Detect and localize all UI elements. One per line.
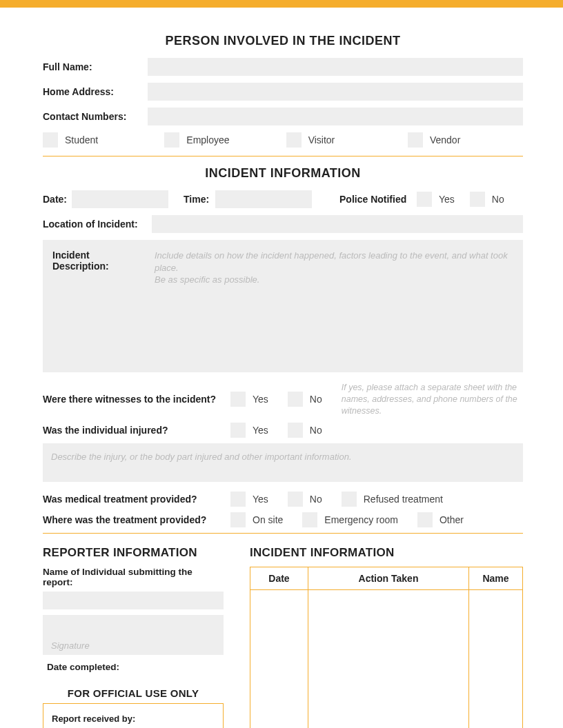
- checkbox-witness-yes[interactable]: [230, 392, 246, 407]
- cell-action[interactable]: [308, 589, 469, 728]
- label-medical-q: Was medical treatment provided?: [43, 494, 230, 505]
- checkbox-other[interactable]: [417, 512, 433, 527]
- label-fullname: Full Name:: [43, 61, 148, 72]
- input-date[interactable]: [72, 190, 168, 208]
- label-witness-no: No: [310, 394, 322, 405]
- label-refused: Refused treatment: [364, 494, 443, 505]
- checkbox-medical-no[interactable]: [288, 492, 303, 507]
- label-date-completed: Date completed:: [47, 662, 224, 672]
- official-title: FOR OFFICIAL USE ONLY: [43, 687, 224, 699]
- label-witness-q: Were there witnesses to the incident?: [43, 394, 230, 405]
- table-row: [250, 589, 523, 728]
- label-where-q: Where was the treatment provided?: [43, 514, 230, 525]
- label-onsite: On site: [253, 514, 283, 525]
- label-received-by: Report received by:: [52, 714, 215, 724]
- row-injured: Was the individual injured? Yes No: [43, 423, 523, 438]
- label-date: Date:: [43, 194, 72, 205]
- divider-1: [43, 156, 523, 156]
- label-homeaddress: Home Address:: [43, 86, 148, 97]
- input-homeaddress[interactable]: [148, 83, 523, 101]
- checkbox-witness-no[interactable]: [288, 392, 303, 407]
- input-time[interactable]: [215, 190, 312, 208]
- row-datetime: Date: Time: Police Notified Yes No: [43, 190, 523, 208]
- bottom-columns: REPORTER INFORMATION Name of Individual …: [43, 546, 523, 728]
- injury-hint: Describe the injury, or the body part in…: [51, 452, 352, 462]
- label-other: Other: [439, 514, 464, 525]
- row-location: Location of Incident:: [43, 215, 523, 233]
- label-location: Location of Incident:: [43, 219, 152, 230]
- divider-2: [43, 533, 523, 534]
- checkbox-police-no[interactable]: [470, 192, 485, 207]
- label-medical-no: No: [310, 494, 322, 505]
- label-reporter-name: Name of Individual submitting the report…: [43, 567, 224, 587]
- role-visitor: Visitor: [286, 132, 402, 148]
- description-hint-2: Be as specific as possible.: [155, 274, 513, 286]
- row-fullname: Full Name:: [43, 58, 523, 76]
- label-vendor: Vendor: [430, 134, 460, 145]
- checkbox-vendor[interactable]: [408, 132, 423, 148]
- incident-description-box[interactable]: Incident Description: Include details on…: [43, 240, 523, 372]
- label-police-yes: Yes: [439, 194, 455, 205]
- th-name: Name: [469, 567, 523, 589]
- input-fullname[interactable]: [148, 58, 523, 76]
- role-employee: Employee: [164, 132, 279, 148]
- label-er: Emergency room: [324, 514, 398, 525]
- input-contact[interactable]: [148, 108, 523, 125]
- checkbox-student[interactable]: [43, 132, 58, 148]
- input-reporter-name[interactable]: [43, 592, 224, 609]
- checkbox-employee[interactable]: [164, 132, 179, 148]
- label-injured-no: No: [310, 425, 322, 436]
- checkbox-refused[interactable]: [342, 492, 357, 507]
- action-column: INCIDENT INFORMATION Date Action Taken N…: [250, 546, 523, 728]
- checkbox-visitor[interactable]: [286, 132, 302, 148]
- row-medical: Was medical treatment provided? Yes No R…: [43, 492, 523, 507]
- role-row: Student Employee Visitor Vendor: [43, 132, 523, 148]
- checkbox-onsite[interactable]: [230, 512, 246, 527]
- action-table: Date Action Taken Name: [250, 567, 523, 728]
- label-police-no: No: [492, 194, 504, 205]
- row-witnesses: Were there witnesses to the incident? Ye…: [43, 382, 523, 417]
- checkbox-injured-no[interactable]: [288, 423, 303, 438]
- label-contact: Contact Numbers:: [43, 111, 148, 122]
- page-content: PERSON INVOLVED IN THE INCIDENT Full Nam…: [0, 8, 563, 728]
- signature-hint: Signature: [51, 640, 90, 652]
- input-location[interactable]: [152, 215, 523, 233]
- role-student: Student: [43, 132, 158, 148]
- label-police: Police Notified: [339, 194, 417, 205]
- th-date: Date: [250, 567, 308, 589]
- row-contact: Contact Numbers:: [43, 108, 523, 125]
- action-title: INCIDENT INFORMATION: [250, 546, 523, 560]
- checkbox-medical-yes[interactable]: [230, 492, 246, 507]
- th-action: Action Taken: [308, 567, 469, 589]
- checkbox-er[interactable]: [302, 512, 317, 527]
- section-incident-title: INCIDENT INFORMATION: [43, 166, 523, 181]
- checkbox-injured-yes[interactable]: [230, 423, 246, 438]
- label-description: Incident Description:: [52, 250, 142, 363]
- label-witness-yes: Yes: [253, 394, 268, 405]
- description-hint-wrap: Include details on how the incident happ…: [155, 250, 513, 363]
- checkbox-police-yes[interactable]: [417, 192, 432, 207]
- row-where: Where was the treatment provided? On sit…: [43, 512, 523, 527]
- injury-description-box[interactable]: Describe the injury, or the body part in…: [43, 443, 523, 482]
- reporter-column: REPORTER INFORMATION Name of Individual …: [43, 546, 224, 728]
- label-time: Time:: [184, 194, 215, 205]
- label-medical-yes: Yes: [253, 494, 268, 505]
- official-box: Report received by: Date:: [43, 703, 224, 728]
- label-employee: Employee: [186, 134, 229, 145]
- label-visitor: Visitor: [308, 134, 335, 145]
- top-accent-bar: [0, 0, 563, 8]
- section-person-title: PERSON INVOLVED IN THE INCIDENT: [43, 34, 523, 48]
- reporter-title: REPORTER INFORMATION: [43, 546, 224, 560]
- role-vendor: Vendor: [408, 132, 523, 148]
- row-homeaddress: Home Address:: [43, 83, 523, 101]
- label-injured-yes: Yes: [253, 425, 268, 436]
- label-student: Student: [65, 134, 98, 145]
- signature-box[interactable]: Signature: [43, 615, 224, 655]
- witness-hint: If yes, please attach a separate sheet w…: [342, 382, 523, 417]
- description-hint-1: Include details on how the incident happ…: [155, 250, 513, 274]
- label-injured-q: Was the individual injured?: [43, 425, 230, 436]
- cell-name[interactable]: [469, 589, 523, 728]
- cell-date[interactable]: [250, 589, 308, 728]
